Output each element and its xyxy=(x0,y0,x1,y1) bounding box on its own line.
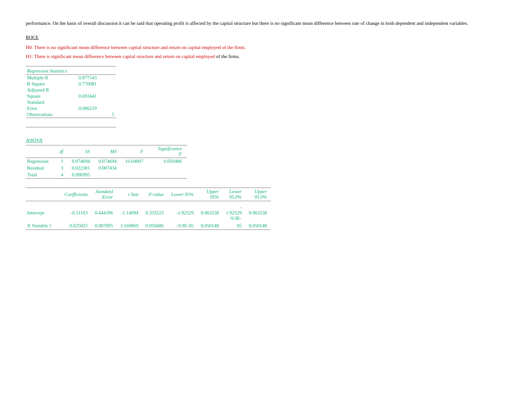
regression-stats-table: Regression Statistics Multiple R 0.87754… xyxy=(26,68,116,118)
coef-label-xvar1: X Variable 1 xyxy=(26,222,61,230)
anova-df-regression: 1 xyxy=(57,158,68,165)
reg-stats-label-multiple-r: Multiple R xyxy=(26,75,77,81)
reg-stats-value-multiple-r: 0.877543 xyxy=(77,75,116,81)
coef-upper95-xvar1: 0.050148 xyxy=(198,222,223,230)
coef-pval-xvar1: 0.050486 xyxy=(142,222,168,230)
coef-col-tstat: t Stat xyxy=(117,188,142,201)
reg-stats-value-adj-r-empty xyxy=(77,87,116,93)
reg-stats-row-standard: Standard xyxy=(26,99,116,105)
reg-stats-label-error: Error xyxy=(26,105,77,112)
reg-stats-header: Regression Statistics xyxy=(26,68,116,75)
reg-stats-row-observations: Observations 5 xyxy=(26,112,116,118)
reg-stats-value-r-square: 0.770081 xyxy=(77,81,116,87)
anova-label-total: Total xyxy=(26,171,57,179)
coef-col-lower95: Lower 95% xyxy=(168,188,198,201)
anova-ms-residual: 0.007434 xyxy=(95,165,122,171)
coef-lower950-intercept: - 1.92529 -9.9E- xyxy=(223,204,245,222)
coefficients-table: Coefficients StandardError t Stat P-valu… xyxy=(26,188,271,230)
anova-row-total: Total 4 0.096995 xyxy=(26,171,187,179)
anova-col-f: F xyxy=(122,145,149,158)
reg-stats-row-error: Error 0.086219 xyxy=(26,105,116,112)
reg-stats-label-square: Square xyxy=(26,93,77,99)
reg-stats-label-adj-r: Adjusted R xyxy=(26,87,77,93)
coef-upper950-xvar1: 0.050148 xyxy=(245,222,271,230)
anova-df-residual: 3 xyxy=(57,165,68,171)
anova-df-total: 4 xyxy=(57,171,68,179)
h1-black: of the firms. xyxy=(215,54,240,59)
anova-sig-regression: 0.050486 xyxy=(149,158,187,165)
coef-spacer-row xyxy=(26,201,271,204)
regression-stats-section: Regression Statistics Multiple R 0.87754… xyxy=(26,66,116,127)
anova-col-label xyxy=(26,145,57,158)
coef-lower95-intercept: -1.92529 xyxy=(168,204,198,222)
intro-paragraph: performance. On the basis of overall dis… xyxy=(26,19,506,27)
hypothesis-block: H0: There is no significant mean differe… xyxy=(26,44,506,60)
anova-label-residual: Residual xyxy=(26,165,57,171)
anova-label-regression: Regression xyxy=(26,158,57,165)
anova-f-regression: 10.04807 xyxy=(122,158,149,165)
anova-ss-regression: 0.074694 xyxy=(68,158,95,165)
section-heading: ROCE xyxy=(26,35,506,40)
reg-stats-row-adj-r: Adjusted R xyxy=(26,87,116,93)
coef-col-coefficients: Coefficients xyxy=(61,188,92,201)
anova-sig-total xyxy=(149,171,187,179)
anova-row-regression: Regression 1 0.074694 0.074694 10.04807 … xyxy=(26,158,187,165)
anova-col-ss: SS xyxy=(68,145,95,158)
anova-col-ms: MS xyxy=(95,145,122,158)
coef-row-xvar1: X Variable 1 0.025025 0.007895 3.169869 … xyxy=(26,222,271,230)
anova-f-residual xyxy=(122,165,149,171)
reg-stats-value-standard-empty xyxy=(77,99,116,105)
anova-header-row: df SS MS F SignificanceF xyxy=(26,145,187,158)
coef-se-intercept: 0.444396 xyxy=(92,204,117,222)
anova-sig-residual xyxy=(149,165,187,171)
coef-col-std-error: StandardError xyxy=(92,188,117,201)
coef-header-row: Coefficients StandardError t Stat P-valu… xyxy=(26,188,271,201)
coef-tstat-intercept: -1.14994 xyxy=(117,204,142,222)
reg-stats-header-row: Regression Statistics xyxy=(26,68,116,75)
coef-col-lower950: Lower95.0% xyxy=(223,188,245,201)
reg-stats-label-observations: Observations xyxy=(26,112,77,118)
anova-heading: ANOVA xyxy=(26,138,506,143)
reg-stats-row-square: Square 0.693441 xyxy=(26,93,116,99)
coef-tstat-xvar1: 3.169869 xyxy=(117,222,142,230)
reg-stats-label-standard: Standard xyxy=(26,99,77,105)
reg-stats-value-observations: 5 xyxy=(77,112,116,118)
coef-upper95-intercept: 0.903238 xyxy=(198,204,223,222)
coef-lower950-xvar1: 05 xyxy=(223,222,245,230)
coef-upper950-intercept: 0.903238 xyxy=(245,204,271,222)
reg-stats-value-error: 0.086219 xyxy=(77,105,116,112)
reg-stats-value-square: 0.693441 xyxy=(77,93,116,99)
coef-col-upper950: Upper95.0% xyxy=(245,188,271,201)
coef-pval-intercept: 0.333523 xyxy=(142,204,168,222)
coef-se-xvar1: 0.007895 xyxy=(92,222,117,230)
h1-text: H1: There is significant mean difference… xyxy=(26,53,506,60)
anova-ms-total xyxy=(95,171,122,179)
coef-col-pval: P-value xyxy=(142,188,168,201)
anova-ms-regression: 0.074694 xyxy=(95,158,122,165)
anova-col-df: df xyxy=(57,145,68,158)
anova-f-total xyxy=(122,171,149,179)
coef-label-intercept: Intercept xyxy=(26,204,61,222)
anova-col-sig: SignificanceF xyxy=(149,145,187,158)
coef-col-upper95: Upper95% xyxy=(198,188,223,201)
reg-stats-row-multiple-r: Multiple R 0.877543 xyxy=(26,75,116,81)
coef-lower95-xvar1: -9.9E-05 xyxy=(168,222,198,230)
anova-table: df SS MS F SignificanceF Regression 1 0.… xyxy=(26,145,187,179)
coef-coef-xvar1: 0.025025 xyxy=(61,222,92,230)
reg-stats-row-r-square: R Square 0.770081 xyxy=(26,81,116,87)
anova-row-residual: Residual 3 0.022301 0.007434 xyxy=(26,165,187,171)
coef-coef-intercept: -0.51103 xyxy=(61,204,92,222)
reg-stats-label-r-square: R Square xyxy=(26,81,77,87)
anova-ss-total: 0.096995 xyxy=(68,171,95,179)
coef-col-label xyxy=(26,188,61,201)
h1-colored: H1: There is significant mean difference… xyxy=(26,54,215,59)
anova-ss-residual: 0.022301 xyxy=(68,165,95,171)
h0-text: H0: There is no significant mean differe… xyxy=(26,44,506,51)
coef-row-intercept: Intercept -0.51103 0.444396 -1.14994 0.3… xyxy=(26,204,271,222)
coef-spacer-cell xyxy=(26,201,271,204)
